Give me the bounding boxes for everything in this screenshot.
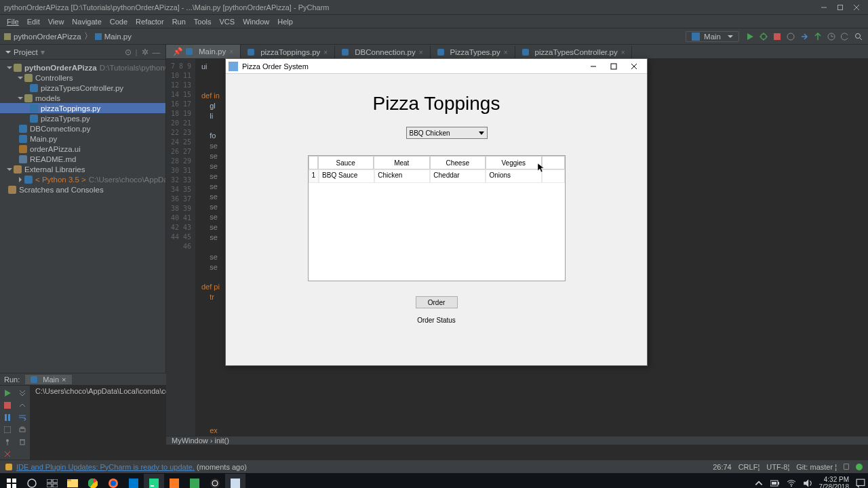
tree-file[interactable]: README.md — [0, 154, 165, 164]
editor-breadcrumbs[interactable]: MyWindow › init() — [166, 436, 868, 445]
qt-app-icon[interactable] — [225, 474, 245, 488]
menu-refactor[interactable]: Refactor — [132, 18, 168, 26]
tree-file[interactable]: pizzaTypes.py — [0, 113, 165, 123]
tree-file[interactable]: orderAPizza.ui — [0, 144, 165, 154]
breadcrumb-file[interactable]: Main.py — [104, 33, 132, 41]
editor-tab[interactable]: pizzaToppings.py× — [241, 46, 335, 58]
vcs-revert-button[interactable] — [840, 31, 850, 42]
notification-icon[interactable] — [5, 464, 12, 470]
start-button[interactable] — [1, 474, 22, 488]
menu-edit[interactable]: Edit — [23, 18, 44, 26]
tree-project-root[interactable]: pythonOrderAPizzaD:\Tutorials\pythonOrde… — [0, 62, 165, 73]
editor-body[interactable]: 7 8 9 10 11 12 13 14 15 16 17 18 19 20 2… — [166, 59, 868, 436]
editor-tab[interactable]: DBConnection.py× — [335, 46, 430, 58]
git-branch[interactable]: Git: master ¦ — [796, 463, 837, 471]
pycharm-icon[interactable] — [144, 474, 164, 488]
tree-folder-models[interactable]: models — [0, 93, 165, 103]
dialog-close-button[interactable] — [624, 60, 644, 73]
status-indicator-icon[interactable] — [856, 464, 863, 470]
tree-file[interactable]: DBConnection.py — [0, 123, 165, 134]
dialog-minimize-button[interactable] — [583, 60, 604, 73]
firefox-icon[interactable] — [103, 474, 123, 488]
app-icon[interactable] — [184, 474, 205, 488]
debug-button[interactable] — [758, 31, 769, 42]
column-header[interactable]: Meat — [374, 156, 430, 169]
close-button[interactable] — [3, 449, 12, 459]
run-tab[interactable]: Main× — [25, 375, 71, 384]
toppings-table[interactable]: Sauce Meat Cheese Veggies 1 BBQ Sauce Ch… — [308, 155, 566, 281]
print-button[interactable] — [18, 425, 27, 434]
pizza-type-combobox[interactable]: BBQ Chicken — [406, 127, 488, 139]
menu-file[interactable]: File — [3, 18, 23, 26]
menu-tools[interactable]: Tools — [190, 18, 216, 26]
menu-vcs[interactable]: VCS — [216, 18, 239, 26]
tree-scratches[interactable]: Scratches and Consoles — [0, 184, 165, 195]
battery-icon[interactable] — [770, 479, 780, 488]
tree-file[interactable]: pizzaTypesController.py — [0, 83, 165, 93]
lock-icon[interactable] — [844, 464, 849, 470]
pin-button[interactable] — [3, 437, 12, 447]
cursor-position[interactable]: 26:74 — [713, 463, 732, 471]
file-explorer-icon[interactable] — [62, 474, 83, 488]
autoscroll-icon[interactable]: ⊙ — [125, 47, 132, 57]
system-tray[interactable]: 4:32 PM7/28/2018 — [754, 476, 867, 488]
wifi-icon[interactable] — [787, 479, 796, 488]
task-view-button[interactable] — [42, 474, 62, 488]
close-tab-icon[interactable]: × — [229, 48, 233, 56]
profile-button[interactable] — [785, 31, 796, 42]
tree-file[interactable]: Main.py — [0, 134, 165, 144]
hide-tool-window-icon[interactable]: — — [153, 48, 161, 56]
soft-wrap-button[interactable] — [18, 413, 27, 422]
dialog-maximize-button[interactable] — [604, 60, 624, 73]
maximize-button[interactable] — [833, 2, 848, 13]
clock[interactable]: 4:32 PM7/28/2018 — [819, 476, 850, 488]
restore-layout-button[interactable] — [3, 425, 12, 434]
tree-external-libraries[interactable]: External Libraries — [0, 164, 165, 174]
editor-tab-main[interactable]: 📌Main.py× — [166, 45, 241, 58]
cell[interactable]: Cheddar — [430, 169, 486, 183]
cell[interactable]: Chicken — [374, 169, 430, 183]
menu-run[interactable]: Run — [168, 18, 190, 26]
status-message[interactable]: IDE and Plugin Updates: PyCharm is ready… — [16, 463, 247, 471]
run-config-selector[interactable]: Main — [686, 31, 739, 42]
vcs-history-button[interactable] — [826, 31, 837, 42]
cell[interactable]: Onions — [486, 169, 541, 183]
volume-icon[interactable] — [803, 479, 812, 488]
breadcrumb-root[interactable]: pythonOrderAPizza — [14, 33, 81, 41]
order-button[interactable]: Order — [416, 296, 458, 308]
minimize-button[interactable] — [816, 2, 831, 13]
tree-folder-controllers[interactable]: Controllers — [0, 73, 165, 83]
line-ending[interactable]: CRLF¦ — [738, 463, 760, 471]
column-header[interactable]: Veggies — [486, 156, 542, 169]
up-stack-button[interactable] — [18, 401, 27, 410]
file-encoding[interactable]: UTF-8¦ — [766, 463, 789, 471]
rerun-button[interactable] — [3, 388, 12, 398]
vcs-update-button[interactable] — [799, 31, 810, 42]
menu-navigate[interactable]: Navigate — [68, 18, 105, 26]
project-header-label[interactable]: Project — [14, 48, 38, 56]
menu-code[interactable]: Code — [106, 18, 132, 26]
vcs-commit-button[interactable] — [812, 31, 823, 42]
xampp-icon[interactable] — [164, 474, 184, 488]
stop-button[interactable] — [3, 401, 12, 410]
vscode-icon[interactable] — [123, 474, 144, 488]
clear-all-button[interactable] — [18, 437, 27, 447]
menu-help[interactable]: Help — [273, 18, 297, 26]
close-button[interactable] — [849, 2, 864, 13]
tree-file-selected[interactable]: pizzaToppings.py — [0, 103, 165, 113]
cell[interactable]: BBQ Sauce — [319, 169, 374, 183]
column-header[interactable]: Sauce — [318, 156, 374, 169]
notification-center-icon[interactable] — [856, 479, 865, 488]
column-header[interactable]: Cheese — [430, 156, 486, 169]
stop-button[interactable] — [772, 31, 783, 42]
menu-view[interactable]: View — [44, 18, 68, 26]
breadcrumb[interactable]: pythonOrderAPizza 〉 Main.py — [4, 31, 132, 41]
table-row[interactable]: 1 BBQ Sauce Chicken Cheddar Onions — [309, 169, 565, 183]
menu-window[interactable]: Window — [239, 18, 273, 26]
editor-tab[interactable]: pizzaTypesController.py× — [515, 46, 633, 58]
editor-tab[interactable]: PizzaTypes.py× — [431, 46, 515, 58]
search-everywhere-button[interactable] — [853, 31, 864, 42]
cortana-button[interactable] — [22, 474, 42, 488]
tree-python-interpreter[interactable]: < Python 3.5 >C:\Users\choco\AppData\Loc… — [0, 174, 165, 184]
run-button[interactable] — [745, 31, 755, 42]
